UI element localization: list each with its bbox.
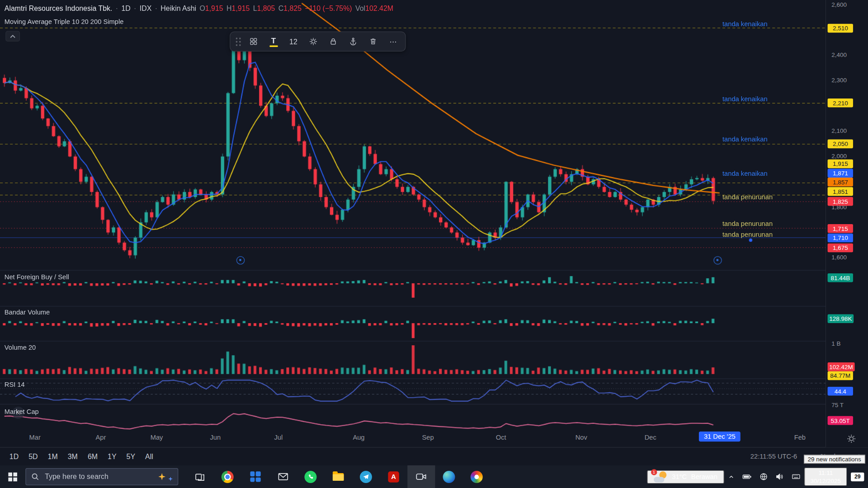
interval-label[interactable]: 1D: [121, 5, 130, 13]
symbol-title[interactable]: Alamtri Resources Indonesia Tbk.: [5, 5, 113, 13]
search-input[interactable]: [44, 472, 154, 481]
symbol-legend[interactable]: Alamtri Resources Indonesia Tbk. · 1D · …: [5, 5, 393, 13]
price-axis-badge[interactable]: 2,510: [828, 24, 853, 33]
close-value: 1,825: [283, 5, 302, 13]
weather-widget[interactable]: 1 31°C Berawan: [647, 470, 724, 483]
panel-title[interactable]: Bandar Volume: [5, 308, 50, 316]
chrome-app-icon[interactable]: [214, 465, 241, 488]
chart-text-annotation[interactable]: tanda kenaikan: [722, 136, 768, 143]
chart-event-marker-icon[interactable]: [713, 256, 722, 264]
action-center-button[interactable]: 29: [847, 465, 868, 488]
edge-app-icon[interactable]: [435, 465, 462, 488]
range-button-5y[interactable]: 5Y: [123, 451, 139, 463]
session-clock[interactable]: 22:11:55 UTC-6: [750, 453, 797, 460]
price-chart-canvas[interactable]: [0, 0, 826, 431]
drag-dots-icon: [236, 38, 241, 46]
panel-title[interactable]: Net Foreign Buy / Sell: [5, 273, 69, 281]
font-size-button[interactable]: 12: [284, 34, 303, 49]
price-axis-badge[interactable]: 2,050: [828, 140, 853, 149]
more-options-button[interactable]: ⋯: [384, 34, 403, 49]
hidden-icons-button[interactable]: [724, 465, 739, 488]
range-button-1m[interactable]: 1M: [44, 451, 61, 463]
price-axis-badge[interactable]: 1,915: [828, 160, 853, 169]
price-axis-badge[interactable]: 1,825: [828, 197, 853, 206]
price-axis-badge[interactable]: 128.98K: [828, 314, 854, 324]
chart-text-annotation[interactable]: tanda kenaikan: [722, 20, 768, 28]
start-button[interactable]: [0, 465, 25, 488]
time-axis[interactable]: MarAprMayJunJulAugSepOctNovDecFeb31 Dec …: [0, 431, 826, 447]
toolbar-drag-handle[interactable]: [233, 34, 243, 49]
notification-tooltip: 29 new notifications: [804, 455, 865, 464]
time-axis-label: Aug: [353, 434, 364, 441]
price-axis-badge[interactable]: 1,871: [828, 169, 853, 178]
anchor-button[interactable]: [344, 34, 363, 49]
range-button-1y[interactable]: 1Y: [104, 451, 121, 463]
price-axis-badge[interactable]: 84.77M: [828, 371, 853, 380]
whatsapp-app-icon[interactable]: [297, 465, 324, 488]
settings-button[interactable]: [304, 34, 323, 49]
taskbar-search[interactable]: [25, 468, 178, 485]
exchange-label[interactable]: IDX: [140, 5, 152, 13]
range-button-1d[interactable]: 1D: [5, 451, 23, 463]
chart-text-annotation[interactable]: tanda kenaikan: [722, 170, 768, 178]
price-axis[interactable]: 2,6002,4002,3002,1002,0001,8001,6001 B75…: [826, 0, 868, 447]
price-axis-badge[interactable]: 1,710: [828, 234, 853, 243]
price-axis-badge[interactable]: 1,675: [828, 244, 853, 253]
price-axis-badge[interactable]: 1,851: [828, 187, 853, 196]
price-axis-badge[interactable]: 2,210: [828, 99, 853, 108]
lock-button[interactable]: [324, 34, 343, 49]
adobe-app-icon[interactable]: [380, 465, 407, 488]
time-axis-label: Nov: [576, 434, 587, 441]
open-value: 1,915: [205, 5, 223, 13]
range-button-all[interactable]: All: [142, 451, 157, 463]
range-button-6m[interactable]: 6M: [84, 451, 101, 463]
template-grid-button[interactable]: [244, 34, 263, 49]
axis-settings-gear-icon[interactable]: [846, 434, 856, 444]
price-axis-badge[interactable]: 1,857: [828, 178, 853, 187]
touch-keyboard-tray-icon[interactable]: [788, 465, 804, 488]
ohlc-low: L1,805: [253, 5, 275, 13]
battery-tray-icon[interactable]: [738, 465, 755, 488]
price-axis-badge[interactable]: 81.44B: [828, 273, 853, 282]
panel-title[interactable]: Market Cap: [5, 408, 39, 415]
task-view-button[interactable]: [186, 465, 213, 488]
chart-text-annotation[interactable]: tanda kenaikan: [722, 95, 768, 103]
price-axis-badge[interactable]: 53.05T: [828, 416, 853, 425]
text-tool-button[interactable]: T: [264, 34, 283, 49]
chart-event-marker-icon[interactable]: [236, 256, 245, 264]
panel-title[interactable]: RSI 14: [5, 380, 25, 388]
volume-tray-icon[interactable]: [772, 465, 788, 488]
chart-type-label[interactable]: Heikin Ashi: [160, 5, 196, 13]
panel-title[interactable]: Volume 20: [5, 343, 36, 351]
delete-button[interactable]: [363, 34, 382, 49]
color-wheel-app-icon[interactable]: [463, 465, 491, 488]
taskbar-clock[interactable]: 11:11 30/12/2025: [804, 468, 847, 486]
close-label: C: [278, 5, 283, 13]
mail-app-icon[interactable]: [269, 465, 297, 488]
lock-icon: [329, 37, 338, 46]
range-button-5d[interactable]: 5D: [25, 451, 42, 463]
blue-grid-app-icon[interactable]: [241, 465, 269, 488]
price-axis-badge[interactable]: 102.42M: [828, 362, 855, 371]
file-explorer-app-icon[interactable]: [325, 465, 352, 488]
weather-icon: 1: [654, 471, 668, 482]
chart-text-annotation[interactable]: tanda penurunan: [722, 220, 773, 227]
range-button-3m[interactable]: 3M: [64, 451, 81, 463]
chevron-up-icon: [728, 474, 735, 480]
price-axis-badge[interactable]: 44.4: [828, 387, 853, 396]
search-icon: [31, 473, 39, 481]
indicator-legend[interactable]: Moving Average Triple 10 20 200 Simple: [5, 18, 124, 25]
last-bar-date-badge[interactable]: 31 Dec '25: [699, 432, 741, 441]
drawing-anchor-dot[interactable]: [749, 239, 752, 242]
chart-text-annotation[interactable]: tanda penurunan: [722, 193, 773, 201]
price-axis-badge[interactable]: 1,715: [828, 224, 853, 233]
screen: tanda kenaikantanda kenaikantanda kenaik…: [0, 0, 868, 488]
collapse-panel-button[interactable]: [5, 31, 20, 42]
task-view-icon: [195, 472, 205, 482]
network-tray-icon[interactable]: [755, 465, 772, 488]
chart-text-annotation[interactable]: tanda penurunan: [722, 231, 773, 239]
price-axis-label: 1,600: [831, 254, 847, 261]
telegram-app-icon[interactable]: [352, 465, 380, 488]
screen-recorder-app-icon[interactable]: [407, 465, 435, 488]
chevron-up-icon: [9, 34, 16, 38]
